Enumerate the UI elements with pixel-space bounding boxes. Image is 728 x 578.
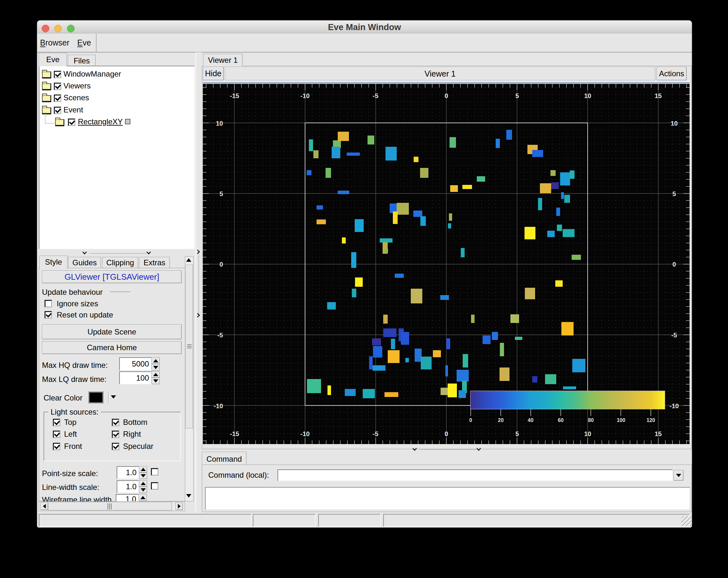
svg-text:15: 15 bbox=[655, 430, 662, 437]
svg-text:5: 5 bbox=[672, 190, 676, 198]
svg-text:15: 15 bbox=[655, 92, 662, 99]
svg-text:20: 20 bbox=[498, 418, 504, 423]
svg-text:10: 10 bbox=[584, 92, 591, 99]
svg-text:120: 120 bbox=[647, 418, 655, 423]
svg-text:-5: -5 bbox=[373, 430, 379, 437]
svg-text:5: 5 bbox=[219, 190, 223, 198]
svg-text:0: 0 bbox=[219, 261, 223, 268]
svg-text:60: 60 bbox=[558, 418, 564, 423]
svg-text:0: 0 bbox=[444, 92, 448, 99]
svg-text:0: 0 bbox=[469, 418, 472, 423]
svg-text:10: 10 bbox=[216, 120, 223, 127]
svg-text:0: 0 bbox=[444, 430, 448, 437]
svg-text:-15: -15 bbox=[230, 430, 239, 437]
svg-text:10: 10 bbox=[671, 120, 678, 127]
svg-text:-5: -5 bbox=[217, 332, 223, 339]
svg-text:-5: -5 bbox=[373, 92, 379, 99]
svg-text:-10: -10 bbox=[301, 92, 310, 99]
svg-text:-10: -10 bbox=[214, 402, 223, 410]
svg-text:40: 40 bbox=[528, 418, 534, 423]
svg-text:-10: -10 bbox=[301, 430, 310, 437]
svg-text:-10: -10 bbox=[670, 402, 679, 410]
svg-text:0: 0 bbox=[672, 261, 676, 268]
svg-text:80: 80 bbox=[588, 418, 594, 423]
svg-text:10: 10 bbox=[584, 430, 591, 437]
svg-text:100: 100 bbox=[617, 418, 625, 423]
svg-text:5: 5 bbox=[515, 92, 519, 99]
svg-text:-5: -5 bbox=[671, 332, 677, 339]
svg-text:5: 5 bbox=[515, 430, 519, 437]
svg-text:-15: -15 bbox=[230, 92, 239, 99]
